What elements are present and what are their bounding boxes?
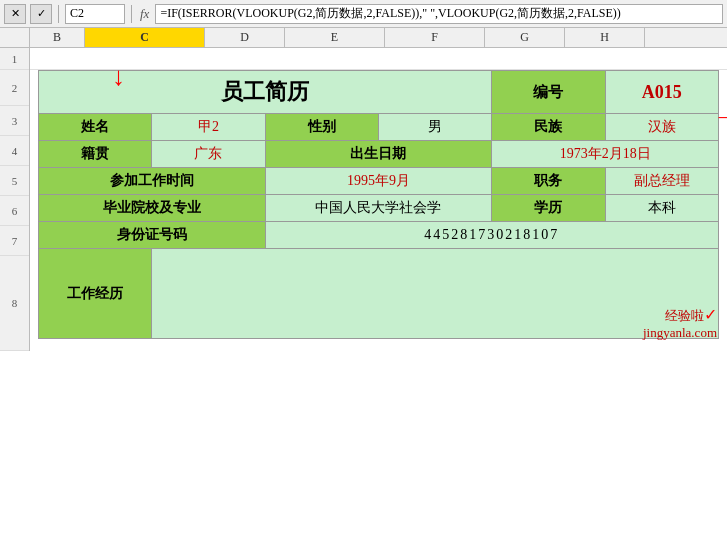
value-degree: 本科 [605, 195, 718, 222]
row-numbers: 1 2 3 4 5 6 7 8 [0, 48, 30, 351]
cancel-btn[interactable]: ✕ [4, 4, 26, 24]
label-hometown: 籍贯 [39, 141, 152, 168]
col-header-B[interactable]: B [30, 28, 85, 47]
row-workstart: 参加工作时间 1995年9月 职务 副总经理 [39, 168, 719, 195]
watermark: 经验啦✓ jingyanla.com [643, 305, 717, 341]
label-gender: 性别 [265, 114, 378, 141]
empty-row-1 [30, 48, 727, 70]
row-4: 4 [0, 136, 29, 166]
corner-cell [0, 28, 30, 47]
cell-reference[interactable]: C2 [65, 4, 125, 24]
resume-title: 员工简历 [39, 71, 492, 114]
sheet-area: 1 2 3 4 5 6 7 8 员工简历 编号 A015 姓名 甲2 [0, 48, 727, 351]
watermark-site: 经验啦✓ [643, 305, 717, 325]
label-idnumber: 身份证号码 [39, 222, 266, 249]
col-header-D[interactable]: D [205, 28, 285, 47]
column-headers: B C D E F G H [0, 28, 727, 48]
number-value: A015 [605, 71, 718, 114]
resume-container: 员工简历 编号 A015 姓名 甲2 性别 男 民族 汉族 籍贯 广东 [30, 70, 727, 339]
row-3: 3 [0, 106, 29, 136]
resume-table: 员工简历 编号 A015 姓名 甲2 性别 男 民族 汉族 籍贯 广东 [38, 70, 719, 339]
value-ethnicity: 汉族 [605, 114, 718, 141]
number-label: 编号 [492, 71, 605, 114]
confirm-btn[interactable]: ✓ [30, 4, 52, 24]
row-7: 7 [0, 226, 29, 256]
row-1: 1 [0, 48, 29, 70]
formula-input[interactable]: =IF(ISERROR(VLOOKUP(G2,简历数据,2,FALSE))," … [155, 4, 723, 24]
value-idnumber: 445281730218107 [265, 222, 718, 249]
label-name: 姓名 [39, 114, 152, 141]
fx-icon: fx [140, 6, 149, 22]
value-position: 副总经理 [605, 168, 718, 195]
value-name: 甲2 [152, 114, 265, 141]
row-education: 毕业院校及专业 中国人民大学社会学 学历 本科 [39, 195, 719, 222]
col-header-H[interactable]: H [565, 28, 645, 47]
formula-bar: ✕ ✓ C2 fx =IF(ISERROR(VLOOKUP(G2,简历数据,2,… [0, 0, 727, 28]
value-hometown: 广东 [152, 141, 265, 168]
value-school: 中国人民大学社会学 [265, 195, 492, 222]
separator [58, 5, 59, 23]
watermark-url: jingyanla.com [643, 325, 717, 341]
col-header-G[interactable]: G [485, 28, 565, 47]
row-idnumber: 身份证号码 445281730218107 [39, 222, 719, 249]
row-6: 6 [0, 196, 29, 226]
col-header-E[interactable]: E [285, 28, 385, 47]
row-name: 姓名 甲2 性别 男 民族 汉族 [39, 114, 719, 141]
col-header-F[interactable]: F [385, 28, 485, 47]
label-degree: 学历 [492, 195, 605, 222]
value-gender: 男 [378, 114, 491, 141]
label-workstart: 参加工作时间 [39, 168, 266, 195]
row-8: 8 [0, 256, 29, 351]
label-education: 毕业院校及专业 [39, 195, 266, 222]
label-position: 职务 [492, 168, 605, 195]
value-workstart: 1995年9月 [265, 168, 492, 195]
value-workhistory [152, 249, 719, 339]
sheet-content: 员工简历 编号 A015 姓名 甲2 性别 男 民族 汉族 籍贯 广东 [30, 48, 727, 351]
row-workhistory: 工作经历 [39, 249, 719, 339]
label-workhistory: 工作经历 [39, 249, 152, 339]
title-row: 员工简历 编号 A015 [39, 71, 719, 114]
checkmark-icon: ✓ [704, 306, 717, 323]
col-header-C[interactable]: C [85, 28, 205, 47]
value-birthdate: 1973年2月18日 [492, 141, 719, 168]
row-2: 2 [0, 70, 29, 106]
label-birthdate: 出生日期 [265, 141, 492, 168]
separator2 [131, 5, 132, 23]
row-5: 5 [0, 166, 29, 196]
row-hometown: 籍贯 广东 出生日期 1973年2月18日 [39, 141, 719, 168]
watermark-text: 经验啦 [665, 308, 704, 323]
label-ethnicity: 民族 [492, 114, 605, 141]
